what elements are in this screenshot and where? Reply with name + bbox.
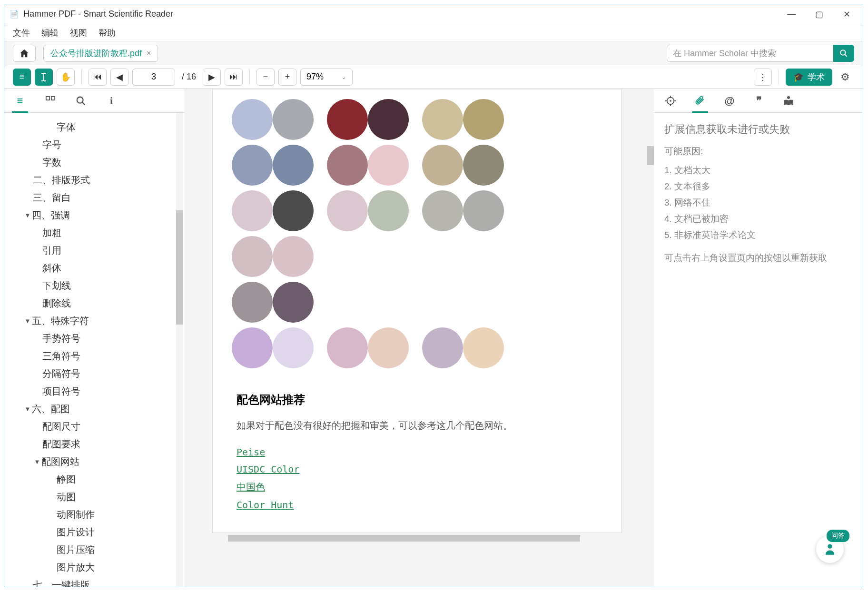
menu-edit[interactable]: 编辑 — [41, 27, 59, 39]
prev-page-button[interactable]: ◀ — [110, 69, 128, 86]
outline-toggle-icon[interactable]: ▼ — [33, 458, 41, 465]
target-tab[interactable] — [662, 93, 679, 109]
qa-chat-button[interactable]: 问答 — [816, 535, 844, 563]
qa-badge: 问答 — [827, 530, 849, 542]
right-scrollbar-thumb[interactable] — [647, 146, 654, 165]
horizontal-scrollbar-thumb[interactable] — [228, 535, 580, 542]
outline-scrollbar-track[interactable] — [176, 113, 183, 587]
outline-item[interactable]: 手势符号 — [4, 330, 185, 347]
color-swatch — [327, 99, 368, 140]
attachment-tab[interactable] — [692, 93, 708, 109]
first-page-button[interactable]: ⏮ — [89, 69, 107, 86]
menu-view[interactable]: 视图 — [70, 27, 87, 39]
outline-item[interactable]: 配图要求 — [4, 435, 185, 453]
document-tab[interactable]: 公众号排版进阶教程.pdf × — [43, 45, 158, 62]
outline-label: 图片放大 — [57, 561, 95, 574]
reader-tab[interactable] — [780, 93, 797, 109]
outline-toggle-icon[interactable]: ▼ — [23, 212, 32, 219]
svg-point-7 — [670, 100, 671, 102]
last-page-button[interactable]: ⏭ — [225, 69, 243, 86]
outline-label: 动图 — [57, 491, 76, 503]
zoom-out-button[interactable]: − — [256, 69, 275, 86]
color-swatch — [232, 327, 273, 368]
sidebar-toggle-button[interactable]: ≡ — [13, 69, 31, 86]
outline-item[interactable]: 引用 — [4, 242, 185, 259]
horizontal-scrollbar-track[interactable] — [185, 533, 649, 543]
outline-label: 动图制作 — [57, 508, 95, 521]
content-link[interactable]: UISDC Color — [213, 461, 621, 478]
mention-tab[interactable]: @ — [721, 93, 738, 109]
content-link[interactable]: Color Hunt — [213, 496, 621, 513]
outline-item[interactable]: 删除线 — [4, 295, 185, 312]
outline-item[interactable]: 图片设计 — [4, 523, 185, 541]
outline-item[interactable]: ▼配图网站 — [4, 453, 185, 471]
text-select-button[interactable] — [35, 69, 53, 86]
outline-item[interactable]: 静图 — [4, 471, 185, 488]
outline-label: 斜体 — [42, 262, 61, 275]
color-swatch — [273, 236, 314, 277]
menu-file[interactable]: 文件 — [13, 27, 30, 39]
outline-label: 项目符号 — [42, 385, 80, 398]
quote-tab[interactable]: ❞ — [751, 93, 767, 109]
content-link[interactable]: Peise — [213, 444, 621, 461]
outline-label: 字号 — [42, 138, 61, 151]
color-swatch — [273, 190, 314, 231]
outline-scrollbar-thumb[interactable] — [176, 210, 183, 325]
minimize-button[interactable]: — — [785, 8, 798, 21]
outline-label: 五、特殊字符 — [32, 315, 89, 327]
outline-item[interactable]: 字号 — [4, 136, 185, 154]
search-button[interactable] — [833, 45, 854, 62]
outline-item[interactable]: 动图 — [4, 488, 185, 506]
outline-label: 字数 — [42, 156, 61, 169]
outline-item[interactable]: 分隔符号 — [4, 365, 185, 383]
more-options-button[interactable]: ⋮ — [754, 69, 772, 86]
document-viewport[interactable]: 配色网站推荐 如果对于配色没有很好的把握和审美，可以参考这几个配色网站。 Pei… — [185, 89, 649, 587]
info-tab[interactable]: i — [103, 93, 119, 109]
outline-item[interactable]: 加粗 — [4, 224, 185, 242]
outline-label: 配图要求 — [42, 438, 80, 451]
outline-item[interactable]: 三角符号 — [4, 347, 185, 365]
outline-item[interactable]: ▼六、配图 — [4, 400, 185, 418]
outline-item[interactable]: 字体 — [4, 118, 185, 136]
tabbar: 公众号排版进阶教程.pdf × 在 Hammer Scholar 中搜索 — [4, 41, 863, 65]
outline-item[interactable]: 字数 — [4, 154, 185, 171]
menu-help[interactable]: 帮助 — [99, 27, 116, 39]
search-input[interactable]: 在 Hammer Scholar 中搜索 — [667, 45, 833, 62]
color-swatch — [273, 282, 314, 323]
outline-item[interactable]: 图片压缩 — [4, 541, 185, 559]
pdf-page: 配色网站推荐 如果对于配色没有很好的把握和审美，可以参考这几个配色网站。 Pei… — [212, 89, 621, 533]
outline-item[interactable]: 七、一键排版 — [4, 576, 185, 587]
outline-toggle-icon[interactable]: ▼ — [23, 405, 32, 413]
maximize-button[interactable]: ▢ — [812, 8, 826, 21]
settings-button[interactable]: ⚙ — [836, 69, 854, 86]
color-swatch — [422, 99, 463, 140]
close-button[interactable]: ✕ — [840, 8, 853, 21]
zoom-select[interactable]: 97% ⌄ — [300, 69, 353, 86]
outline-item[interactable]: 项目符号 — [4, 383, 185, 400]
outline-item[interactable]: 三、留白 — [4, 189, 185, 207]
outline-toggle-icon[interactable]: ▼ — [23, 317, 32, 325]
outline-label: 删除线 — [42, 297, 71, 310]
outline-item[interactable]: 斜体 — [4, 259, 185, 277]
outline-item[interactable]: 图片放大 — [4, 559, 185, 576]
outline-item[interactable]: 下划线 — [4, 277, 185, 295]
color-palette — [213, 89, 621, 378]
color-swatch — [327, 327, 368, 368]
search-tab[interactable] — [73, 93, 89, 109]
academic-button[interactable]: 🎓 学术 — [786, 69, 832, 86]
outline-item[interactable]: ▼五、特殊字符 — [4, 312, 185, 330]
outline-tab[interactable]: ≡ — [12, 93, 28, 109]
outline-item[interactable]: 动图制作 — [4, 506, 185, 523]
tab-close-icon[interactable]: × — [147, 49, 151, 58]
outline-item[interactable]: 配图尺寸 — [4, 418, 185, 435]
outline-item[interactable]: ▼四、强调 — [4, 207, 185, 224]
page-number-input[interactable]: 3 — [132, 69, 175, 86]
zoom-in-button[interactable]: + — [278, 69, 296, 86]
color-swatch — [273, 99, 314, 140]
thumbnails-tab[interactable] — [42, 93, 59, 109]
next-page-button[interactable]: ▶ — [203, 69, 221, 86]
home-button[interactable] — [13, 45, 36, 62]
content-link[interactable]: 中国色 — [213, 478, 621, 496]
outline-item[interactable]: 二、排版形式 — [4, 171, 185, 189]
hand-tool-button[interactable]: ✋ — [57, 69, 75, 86]
